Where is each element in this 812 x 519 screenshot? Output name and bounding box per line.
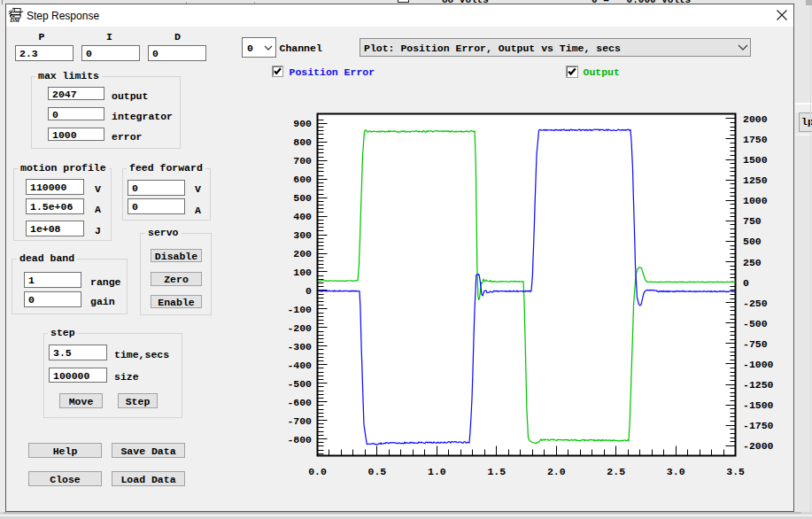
svg-text:1250: 1250 bbox=[743, 174, 768, 186]
svg-text:400: 400 bbox=[293, 211, 312, 222]
svg-text:-800: -800 bbox=[287, 434, 312, 445]
svg-text:500: 500 bbox=[293, 192, 312, 204]
svg-text:-300: -300 bbox=[287, 341, 312, 352]
svg-text:1.0: 1.0 bbox=[428, 466, 446, 477]
svg-text:1.5: 1.5 bbox=[487, 466, 506, 477]
svg-text:1500: 1500 bbox=[743, 154, 768, 166]
svg-text:-2000: -2000 bbox=[743, 440, 774, 452]
svg-text:2.0: 2.0 bbox=[547, 466, 566, 477]
svg-text:300: 300 bbox=[293, 229, 312, 241]
svg-text:0.5: 0.5 bbox=[368, 466, 387, 477]
svg-text:-200: -200 bbox=[287, 322, 312, 334]
svg-text:200: 200 bbox=[293, 248, 312, 260]
svg-text:100: 100 bbox=[293, 267, 312, 278]
svg-text:-1750: -1750 bbox=[743, 420, 774, 431]
svg-text:500: 500 bbox=[743, 236, 762, 247]
svg-text:0: 0 bbox=[305, 285, 312, 297]
svg-text:1750: 1750 bbox=[743, 134, 768, 145]
svg-text:2.5: 2.5 bbox=[607, 466, 625, 477]
svg-text:-500: -500 bbox=[287, 378, 312, 390]
svg-text:3.5: 3.5 bbox=[726, 466, 745, 477]
svg-text:600: 600 bbox=[293, 174, 312, 185]
svg-text:700: 700 bbox=[293, 155, 312, 167]
svg-text:-700: -700 bbox=[287, 415, 312, 427]
svg-text:-600: -600 bbox=[287, 397, 312, 408]
svg-text:-1000: -1000 bbox=[743, 359, 774, 370]
svg-text:-400: -400 bbox=[287, 360, 312, 371]
svg-text:-500: -500 bbox=[743, 318, 768, 329]
svg-text:1000: 1000 bbox=[743, 195, 768, 206]
svg-text:900: 900 bbox=[293, 118, 312, 129]
svg-text:3.0: 3.0 bbox=[667, 466, 685, 477]
svg-text:-100: -100 bbox=[287, 304, 312, 315]
svg-text:-1500: -1500 bbox=[743, 399, 774, 411]
svg-text:-250: -250 bbox=[743, 298, 768, 309]
svg-text:0.0: 0.0 bbox=[308, 466, 327, 477]
svg-text:-750: -750 bbox=[743, 338, 768, 350]
svg-text:250: 250 bbox=[743, 257, 762, 268]
svg-text:800: 800 bbox=[293, 136, 312, 148]
svg-text:0: 0 bbox=[743, 277, 749, 289]
svg-text:2000: 2000 bbox=[743, 113, 768, 125]
svg-text:-1250: -1250 bbox=[743, 379, 774, 391]
svg-text:750: 750 bbox=[743, 215, 762, 227]
